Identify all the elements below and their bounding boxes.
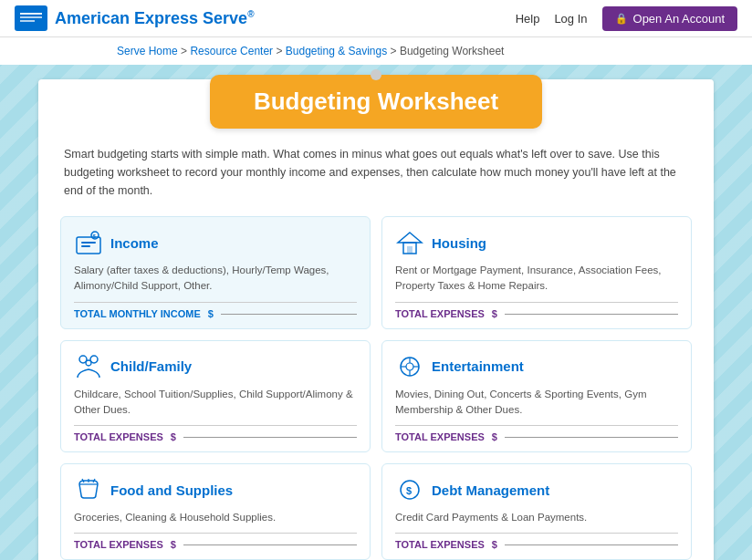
section-debt-management: $ Debt Management Credit Card Payments &… bbox=[381, 463, 692, 560]
housing-icon bbox=[395, 228, 424, 257]
svg-marker-9 bbox=[398, 233, 422, 243]
worksheet-title-banner: Budgeting Worksheet bbox=[210, 75, 542, 129]
child-family-desc: Childcare, School Tuition/Supplies, Chil… bbox=[74, 387, 357, 419]
income-desc: Salary (after taxes & deductions), Hourl… bbox=[74, 263, 357, 295]
housing-title: Housing bbox=[432, 235, 486, 251]
child-family-title: Child/Family bbox=[110, 358, 192, 374]
breadcrumb-budgeting-savings[interactable]: Budgeting & Savings bbox=[286, 45, 387, 57]
open-account-button[interactable]: Open An Account bbox=[602, 6, 737, 31]
svg-rect-3 bbox=[20, 20, 35, 22]
svg-rect-2 bbox=[20, 16, 42, 18]
income-header: $ Income bbox=[74, 228, 357, 257]
svg-rect-11 bbox=[407, 246, 413, 254]
breadcrumb-resource-center[interactable]: Resource Center bbox=[190, 45, 273, 57]
title-banner-wrapper: Budgeting Worksheet bbox=[38, 79, 714, 129]
section-income: $ Income Salary (after taxes & deduction… bbox=[60, 216, 371, 329]
section-food-supplies: Food and Supplies Groceries, Cleaning & … bbox=[60, 463, 371, 560]
section-entertainment: Entertainment Movies, Dining Out, Concer… bbox=[381, 340, 692, 453]
header: American Express Serve® Help Log In Open… bbox=[0, 0, 752, 37]
child-family-icon bbox=[74, 352, 103, 381]
food-supplies-header: Food and Supplies bbox=[74, 475, 357, 504]
header-links: Help Log In Open An Account bbox=[516, 6, 737, 31]
food-supplies-icon bbox=[74, 475, 103, 504]
intro-text: Smart budgeting starts with simple math.… bbox=[38, 129, 714, 211]
worksheet-card: Budgeting Worksheet Smart budgeting star… bbox=[38, 79, 714, 560]
food-supplies-total: TOTAL EXPENSES $ bbox=[74, 533, 357, 550]
help-link[interactable]: Help bbox=[516, 12, 540, 26]
main-content: Budgeting Worksheet Smart budgeting star… bbox=[0, 65, 752, 560]
svg-text:$: $ bbox=[93, 233, 97, 239]
breadcrumb-serve-home[interactable]: Serve Home bbox=[117, 45, 178, 57]
entertainment-title: Entertainment bbox=[432, 358, 524, 374]
entertainment-icon bbox=[395, 352, 424, 381]
income-total: TOTAL MONTHLY INCOME $ bbox=[74, 302, 357, 319]
entertainment-header: Entertainment bbox=[395, 352, 678, 381]
housing-header: Housing bbox=[395, 228, 678, 257]
housing-total: TOTAL EXPENSES $ bbox=[395, 302, 678, 319]
food-supplies-title: Food and Supplies bbox=[110, 482, 233, 498]
svg-rect-6 bbox=[81, 245, 90, 247]
debt-management-icon: $ bbox=[395, 475, 424, 504]
logo-area: American Express Serve® bbox=[15, 5, 255, 31]
debt-management-header: $ Debt Management bbox=[395, 475, 678, 504]
debt-management-title: Debt Management bbox=[432, 482, 549, 498]
sections-grid: $ Income Salary (after taxes & deduction… bbox=[38, 211, 714, 560]
login-link[interactable]: Log In bbox=[554, 12, 587, 26]
section-child-family: Child/Family Childcare, School Tuition/S… bbox=[60, 340, 371, 453]
food-supplies-desc: Groceries, Cleaning & Household Supplies… bbox=[74, 510, 357, 525]
svg-text:$: $ bbox=[406, 485, 412, 496]
brand-name: American Express Serve® bbox=[55, 9, 255, 28]
child-family-total: TOTAL EXPENSES $ bbox=[74, 425, 357, 442]
breadcrumb: Serve Home > Resource Center > Budgeting… bbox=[0, 37, 752, 65]
entertainment-total: TOTAL EXPENSES $ bbox=[395, 425, 678, 442]
section-housing: Housing Rent or Mortgage Payment, Insura… bbox=[381, 216, 692, 329]
housing-desc: Rent or Mortgage Payment, Insurance, Ass… bbox=[395, 263, 678, 295]
income-icon: $ bbox=[74, 228, 103, 257]
svg-point-14 bbox=[86, 360, 91, 366]
svg-rect-1 bbox=[20, 13, 42, 15]
child-family-header: Child/Family bbox=[74, 352, 357, 381]
entertainment-desc: Movies, Dining Out, Concerts & Sporting … bbox=[395, 387, 678, 419]
income-title: Income bbox=[110, 235, 159, 251]
breadcrumb-current: Budgeting Worksheet bbox=[400, 45, 505, 57]
svg-point-16 bbox=[406, 363, 413, 370]
debt-management-total: TOTAL EXPENSES $ bbox=[395, 533, 678, 550]
debt-management-desc: Credit Card Payments & Loan Payments. bbox=[395, 510, 678, 525]
svg-rect-5 bbox=[81, 242, 96, 244]
logo-icon bbox=[15, 5, 47, 31]
